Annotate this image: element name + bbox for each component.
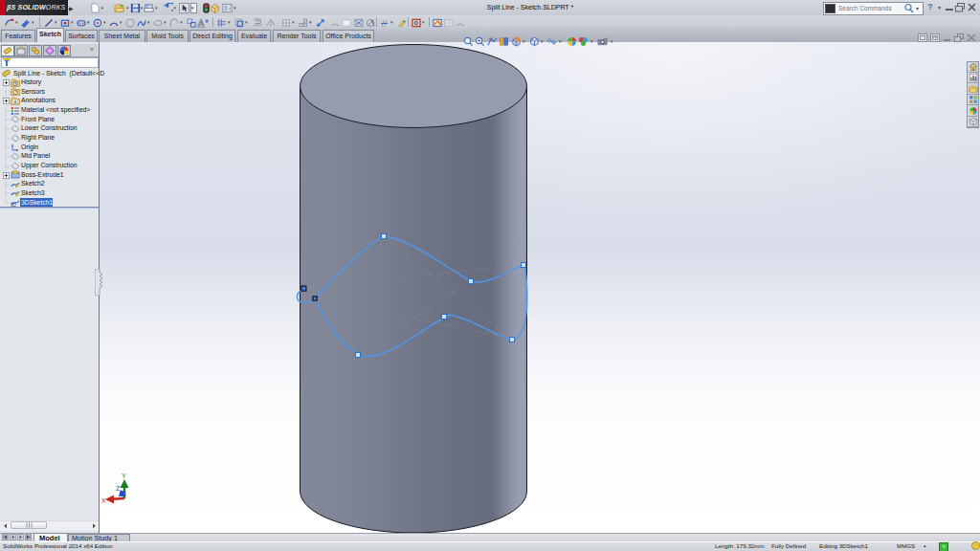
svg-text:Z: Z (116, 485, 121, 492)
svg-text:A: A (199, 20, 204, 27)
svg-text:A: A (13, 99, 17, 105)
svg-text:X: X (101, 497, 106, 504)
svg-text:+: + (402, 18, 405, 24)
svg-text:Y: Y (122, 473, 126, 479)
svg-text:*: * (205, 18, 209, 28)
